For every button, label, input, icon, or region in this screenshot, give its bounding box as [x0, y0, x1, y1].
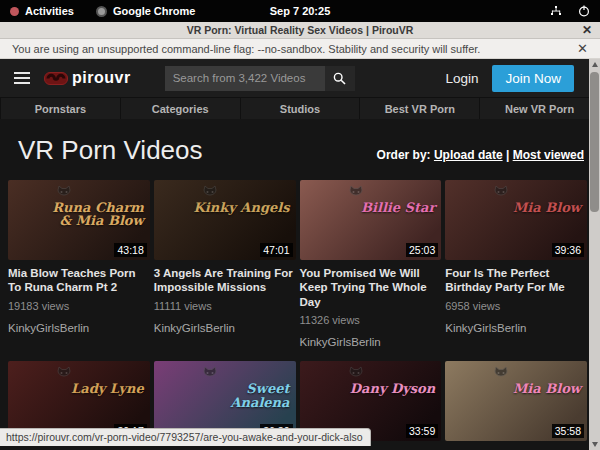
video-card[interactable]: Runa Charm & Mia Blow 43:18 Mia Blow Tea… [8, 180, 150, 348]
nav-item-label: Best VR Porn [385, 103, 455, 115]
video-studio-link[interactable]: KinkyGirlsBerlin [445, 322, 587, 334]
video-card[interactable]: Mia Blow 39:36 Four Is The Perfect Birth… [445, 180, 587, 348]
video-card[interactable]: Mia Blow 35:58 Milf Teaches The Teacher … [445, 361, 587, 450]
nav-item[interactable]: Pornstars [0, 98, 121, 119]
vertical-scrollbar[interactable] [589, 59, 600, 450]
infobar-close-icon[interactable]: ✕ [577, 41, 588, 56]
activities-label: Activities [25, 5, 74, 17]
search-bar [165, 66, 355, 91]
scrollbar-thumb[interactable] [590, 72, 599, 212]
network-icon[interactable] [550, 6, 562, 17]
nav-item[interactable]: Best VR Porn [360, 98, 480, 119]
nav-item[interactable]: New VR Porn [480, 98, 600, 119]
video-thumbnail[interactable]: Billie Star 25:03 [300, 180, 442, 260]
duration-badge: 47:01 [260, 243, 292, 257]
main-nav: Pornstars Categories Studios Best VR Por… [0, 97, 600, 119]
active-app-menu[interactable]: Google Chrome [96, 5, 196, 17]
thumbnail-overlay-title: Mia Blow [513, 382, 581, 396]
video-studio-link[interactable]: KinkyGirlsBerlin [8, 322, 150, 334]
duration-badge: 35:58 [552, 424, 584, 438]
order-by-controls: Order by: Upload date | Most viewed [377, 148, 584, 166]
nav-item[interactable]: Categories [121, 98, 241, 119]
activities-button[interactable]: Activities [10, 5, 74, 17]
thumbnail-overlay-title: Runa Charm & Mia Blow [45, 201, 144, 228]
thumbnail-overlay-title: Sweet Analena [190, 382, 289, 409]
distro-dot-icon [10, 7, 19, 16]
join-now-button[interactable]: Join Now [492, 65, 574, 92]
video-studio-link[interactable]: KinkyGirlsBerlin [300, 336, 442, 348]
power-icon[interactable] [578, 5, 590, 17]
thumbnail-overlay-title: Dany Dyson [350, 382, 436, 396]
search-icon [333, 72, 346, 85]
video-title[interactable]: You Promised We Will Keep Trying The Who… [300, 266, 442, 309]
scrollbar-down-arrow-icon[interactable] [592, 442, 598, 447]
studio-logo-badge [493, 366, 509, 384]
video-card[interactable]: Kinky Angels 47:01 3 Angels Are Training… [154, 180, 296, 348]
order-by-label: Order by: [377, 148, 431, 162]
thumbnail-overlay-title: Mia Blow [513, 201, 581, 215]
nav-item-label: Categories [152, 103, 209, 115]
video-views: 11326 views [300, 314, 442, 326]
nav-item-label: Pornstars [35, 103, 86, 115]
duration-badge: 39:36 [552, 243, 584, 257]
video-title[interactable]: Mia Blow Teaches Porn To Runa Charm Pt 2 [8, 266, 150, 295]
video-thumbnail[interactable]: Runa Charm & Mia Blow 43:18 [8, 180, 150, 260]
thumbnail-overlay-title: Lady Lyne [71, 382, 144, 396]
search-input[interactable] [165, 66, 325, 91]
vr-headset-icon [44, 72, 68, 85]
video-title[interactable]: 3 Angels Are Training For Impossible Mis… [154, 266, 296, 295]
browser-title-bar: VR Porn: Virtual Reality Sex Videos | Pi… [0, 22, 600, 39]
video-thumbnail[interactable]: Mia Blow 39:36 [445, 180, 587, 260]
video-views: 6958 views [445, 300, 587, 312]
hamburger-menu-icon[interactable] [14, 72, 30, 84]
site-header: pirouvr Login Join Now [0, 59, 600, 97]
webpage: pirouvr Login Join Now Pornstars Categor… [0, 59, 600, 450]
desktop-top-bar: Activities Google Chrome Sep 7 20:25 [0, 0, 600, 22]
window-title: VR Porn: Virtual Reality Sex Videos | Pi… [187, 24, 414, 36]
status-bar-url: https://pirouvr.com/vr-porn-video/779325… [0, 428, 371, 446]
video-views: 19183 views [8, 300, 150, 312]
video-thumbnail[interactable]: Mia Blow 35:58 [445, 361, 587, 441]
nav-item-label: New VR Porn [505, 103, 574, 115]
studio-logo-badge [56, 366, 72, 384]
site-logo[interactable]: pirouvr [44, 69, 131, 87]
scrollbar-up-arrow-icon[interactable] [592, 62, 598, 67]
video-views: 11111 views [154, 300, 296, 312]
window-close-icon[interactable]: ✕ [582, 23, 592, 37]
order-separator: | [506, 148, 509, 162]
video-title[interactable]: Four Is The Perfect Birthday Party For M… [445, 266, 587, 295]
duration-badge: 43:18 [114, 243, 146, 257]
duration-badge: 33:59 [406, 424, 438, 438]
nav-item-label: Studios [280, 103, 320, 115]
active-app-label: Google Chrome [113, 5, 196, 17]
thumbnail-overlay-title: Billie Star [361, 201, 435, 215]
nav-item[interactable]: Studios [241, 98, 361, 119]
thumbnail-overlay-title: Kinky Angels [194, 201, 290, 215]
logo-text: pirouvr [72, 69, 131, 87]
page-title: VR Porn Videos [18, 135, 203, 166]
login-link[interactable]: Login [445, 71, 478, 86]
duration-badge: 25:03 [406, 243, 438, 257]
video-card[interactable]: Billie Star 25:03 You Promised We Will K… [300, 180, 442, 348]
studio-logo-badge [493, 185, 509, 203]
unsupported-flag-infobar: You are using an unsupported command-lin… [0, 39, 600, 59]
search-button[interactable] [325, 66, 355, 91]
chrome-icon [96, 6, 107, 17]
video-studio-link[interactable]: KinkyGirlsBerlin [154, 322, 296, 334]
infobar-message: You are using an unsupported command-lin… [12, 43, 480, 55]
clock[interactable]: Sep 7 20:25 [270, 5, 331, 17]
video-thumbnail[interactable]: Kinky Angels 47:01 [154, 180, 296, 260]
video-grid: Runa Charm & Mia Blow 43:18 Mia Blow Tea… [0, 178, 600, 450]
order-by-most-viewed-link[interactable]: Most viewed [513, 148, 584, 162]
order-by-upload-date-link[interactable]: Upload date [434, 148, 503, 162]
